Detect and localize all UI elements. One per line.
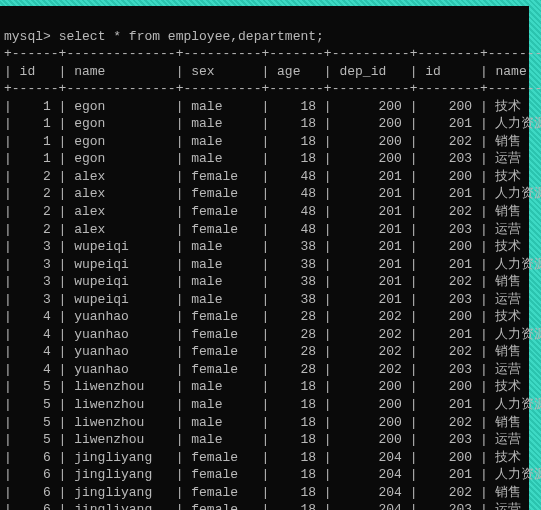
prompt: mysql>	[4, 29, 51, 44]
mysql-terminal[interactable]: mysql> select * from employee,department…	[0, 6, 529, 510]
sql-command: select * from employee,department;	[59, 29, 324, 44]
table-output: +------+--------------+----------+------…	[4, 46, 541, 510]
